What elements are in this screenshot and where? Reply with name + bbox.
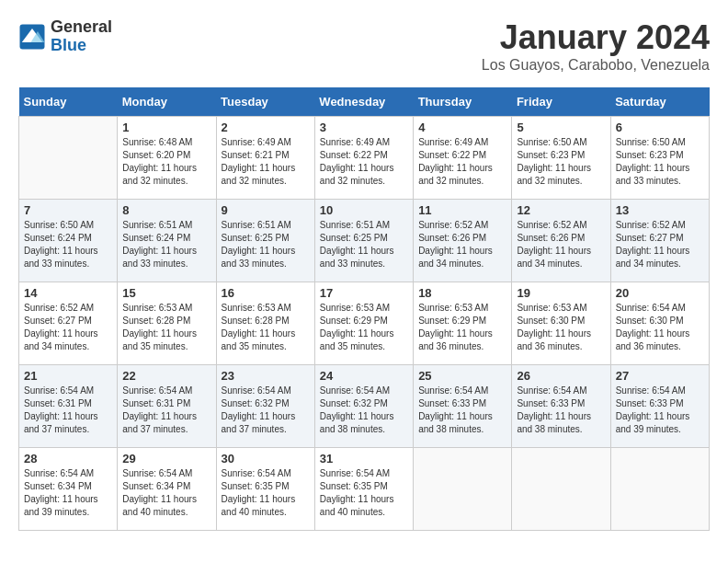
day-number: 16 bbox=[222, 286, 310, 300]
day-number: 3 bbox=[320, 121, 408, 134]
calendar-cell: 24Sunrise: 6:54 AMSunset: 6:32 PMDayligh… bbox=[314, 365, 413, 448]
logo-icon bbox=[18, 23, 46, 51]
week-row-3: 14Sunrise: 6:52 AMSunset: 6:27 PMDayligh… bbox=[19, 282, 710, 365]
calendar-cell: 26Sunrise: 6:54 AMSunset: 6:33 PMDayligh… bbox=[512, 365, 610, 448]
day-number: 22 bbox=[122, 369, 210, 383]
month-title: January 2024 bbox=[482, 18, 710, 57]
calendar-cell: 10Sunrise: 6:51 AMSunset: 6:25 PMDayligh… bbox=[314, 200, 413, 282]
day-number: 6 bbox=[616, 121, 704, 134]
day-number: 10 bbox=[320, 203, 408, 217]
logo: General Blue bbox=[18, 18, 112, 55]
day-info: Sunrise: 6:53 AMSunset: 6:28 PMDaylight:… bbox=[222, 302, 310, 353]
day-info: Sunrise: 6:51 AMSunset: 6:25 PMDaylight:… bbox=[222, 219, 310, 270]
calendar-cell: 30Sunrise: 6:54 AMSunset: 6:35 PMDayligh… bbox=[216, 448, 314, 531]
day-info: Sunrise: 6:49 AMSunset: 6:22 PMDaylight:… bbox=[320, 136, 408, 188]
calendar-cell bbox=[19, 117, 118, 200]
day-info: Sunrise: 6:54 AMSunset: 6:35 PMDaylight:… bbox=[320, 467, 408, 519]
day-info: Sunrise: 6:53 AMSunset: 6:29 PMDaylight:… bbox=[320, 302, 408, 353]
calendar-cell: 8Sunrise: 6:51 AMSunset: 6:24 PMDaylight… bbox=[118, 200, 216, 282]
day-info: Sunrise: 6:52 AMSunset: 6:27 PMDaylight:… bbox=[24, 302, 112, 353]
calendar-cell: 18Sunrise: 6:53 AMSunset: 6:29 PMDayligh… bbox=[414, 282, 512, 365]
calendar-cell: 17Sunrise: 6:53 AMSunset: 6:29 PMDayligh… bbox=[314, 282, 413, 365]
week-row-2: 7Sunrise: 6:50 AMSunset: 6:24 PMDaylight… bbox=[19, 200, 710, 282]
day-info: Sunrise: 6:54 AMSunset: 6:33 PMDaylight:… bbox=[517, 385, 605, 436]
day-info: Sunrise: 6:54 AMSunset: 6:32 PMDaylight:… bbox=[320, 385, 408, 436]
day-info: Sunrise: 6:52 AMSunset: 6:27 PMDaylight:… bbox=[616, 219, 704, 270]
calendar-cell: 12Sunrise: 6:52 AMSunset: 6:26 PMDayligh… bbox=[512, 200, 610, 282]
calendar-cell: 11Sunrise: 6:52 AMSunset: 6:26 PMDayligh… bbox=[414, 200, 512, 282]
calendar-cell: 31Sunrise: 6:54 AMSunset: 6:35 PMDayligh… bbox=[314, 448, 413, 531]
day-info: Sunrise: 6:52 AMSunset: 6:26 PMDaylight:… bbox=[517, 219, 605, 270]
header-wednesday: Wednesday bbox=[314, 87, 413, 117]
week-row-5: 28Sunrise: 6:54 AMSunset: 6:34 PMDayligh… bbox=[19, 448, 710, 531]
day-number: 7 bbox=[24, 203, 112, 217]
day-number: 23 bbox=[222, 369, 310, 383]
calendar-table: SundayMondayTuesdayWednesdayThursdayFrid… bbox=[18, 87, 710, 531]
calendar-cell: 1Sunrise: 6:48 AMSunset: 6:20 PMDaylight… bbox=[118, 117, 216, 200]
calendar-cell: 3Sunrise: 6:49 AMSunset: 6:22 PMDaylight… bbox=[314, 117, 413, 200]
location-subtitle: Los Guayos, Carabobo, Venezuela bbox=[482, 57, 710, 74]
header-sunday: Sunday bbox=[19, 87, 118, 117]
calendar-cell: 28Sunrise: 6:54 AMSunset: 6:34 PMDayligh… bbox=[19, 448, 118, 531]
day-number: 21 bbox=[24, 369, 112, 383]
calendar-cell bbox=[414, 448, 512, 531]
day-info: Sunrise: 6:54 AMSunset: 6:33 PMDaylight:… bbox=[418, 385, 506, 436]
calendar-cell: 23Sunrise: 6:54 AMSunset: 6:32 PMDayligh… bbox=[216, 365, 314, 448]
header-monday: Monday bbox=[118, 87, 216, 117]
day-number: 25 bbox=[418, 369, 506, 383]
day-info: Sunrise: 6:54 AMSunset: 6:32 PMDaylight:… bbox=[222, 385, 310, 436]
calendar-cell: 27Sunrise: 6:54 AMSunset: 6:33 PMDayligh… bbox=[610, 365, 709, 448]
day-info: Sunrise: 6:54 AMSunset: 6:34 PMDaylight:… bbox=[122, 467, 210, 519]
day-number: 27 bbox=[616, 369, 704, 383]
title-section: January 2024 Los Guayos, Carabobo, Venez… bbox=[482, 18, 710, 74]
day-number: 4 bbox=[418, 121, 506, 134]
day-number: 31 bbox=[320, 452, 408, 465]
day-number: 24 bbox=[320, 369, 408, 383]
calendar-cell: 5Sunrise: 6:50 AMSunset: 6:23 PMDaylight… bbox=[512, 117, 610, 200]
day-info: Sunrise: 6:54 AMSunset: 6:34 PMDaylight:… bbox=[24, 467, 112, 519]
header-thursday: Thursday bbox=[414, 87, 512, 117]
day-info: Sunrise: 6:49 AMSunset: 6:21 PMDaylight:… bbox=[222, 136, 310, 188]
calendar-cell: 22Sunrise: 6:54 AMSunset: 6:31 PMDayligh… bbox=[118, 365, 216, 448]
day-number: 2 bbox=[222, 121, 310, 134]
calendar-cell: 4Sunrise: 6:49 AMSunset: 6:22 PMDaylight… bbox=[414, 117, 512, 200]
day-info: Sunrise: 6:50 AMSunset: 6:24 PMDaylight:… bbox=[24, 219, 112, 270]
day-number: 14 bbox=[24, 286, 112, 300]
day-info: Sunrise: 6:54 AMSunset: 6:31 PMDaylight:… bbox=[24, 385, 112, 436]
day-info: Sunrise: 6:50 AMSunset: 6:23 PMDaylight:… bbox=[616, 136, 704, 188]
calendar-cell: 19Sunrise: 6:53 AMSunset: 6:30 PMDayligh… bbox=[512, 282, 610, 365]
day-info: Sunrise: 6:51 AMSunset: 6:24 PMDaylight:… bbox=[122, 219, 210, 270]
day-number: 15 bbox=[122, 286, 210, 300]
day-info: Sunrise: 6:53 AMSunset: 6:29 PMDaylight:… bbox=[418, 302, 506, 353]
day-info: Sunrise: 6:51 AMSunset: 6:25 PMDaylight:… bbox=[320, 219, 408, 270]
day-number: 8 bbox=[122, 203, 210, 217]
day-number: 17 bbox=[320, 286, 408, 300]
calendar-cell: 15Sunrise: 6:53 AMSunset: 6:28 PMDayligh… bbox=[118, 282, 216, 365]
calendar-cell: 14Sunrise: 6:52 AMSunset: 6:27 PMDayligh… bbox=[19, 282, 118, 365]
day-number: 19 bbox=[517, 286, 605, 300]
calendar-cell: 2Sunrise: 6:49 AMSunset: 6:21 PMDaylight… bbox=[216, 117, 314, 200]
day-number: 9 bbox=[222, 203, 310, 217]
day-number: 12 bbox=[517, 203, 605, 217]
calendar-cell bbox=[610, 448, 709, 531]
day-info: Sunrise: 6:54 AMSunset: 6:33 PMDaylight:… bbox=[616, 385, 704, 436]
page-header: General Blue January 2024 Los Guayos, Ca… bbox=[18, 18, 710, 74]
day-info: Sunrise: 6:54 AMSunset: 6:30 PMDaylight:… bbox=[616, 302, 704, 353]
day-number: 5 bbox=[517, 121, 605, 134]
day-info: Sunrise: 6:49 AMSunset: 6:22 PMDaylight:… bbox=[418, 136, 506, 188]
week-row-4: 21Sunrise: 6:54 AMSunset: 6:31 PMDayligh… bbox=[19, 365, 710, 448]
calendar-cell: 21Sunrise: 6:54 AMSunset: 6:31 PMDayligh… bbox=[19, 365, 118, 448]
calendar-cell: 9Sunrise: 6:51 AMSunset: 6:25 PMDaylight… bbox=[216, 200, 314, 282]
day-number: 26 bbox=[517, 369, 605, 383]
calendar-cell: 16Sunrise: 6:53 AMSunset: 6:28 PMDayligh… bbox=[216, 282, 314, 365]
day-info: Sunrise: 6:48 AMSunset: 6:20 PMDaylight:… bbox=[122, 136, 210, 188]
day-info: Sunrise: 6:54 AMSunset: 6:35 PMDaylight:… bbox=[222, 467, 310, 519]
day-number: 13 bbox=[616, 203, 704, 217]
day-info: Sunrise: 6:53 AMSunset: 6:28 PMDaylight:… bbox=[122, 302, 210, 353]
day-info: Sunrise: 6:54 AMSunset: 6:31 PMDaylight:… bbox=[122, 385, 210, 436]
day-number: 30 bbox=[222, 452, 310, 465]
day-info: Sunrise: 6:52 AMSunset: 6:26 PMDaylight:… bbox=[418, 219, 506, 270]
header-friday: Friday bbox=[512, 87, 610, 117]
header-saturday: Saturday bbox=[610, 87, 709, 117]
calendar-cell: 13Sunrise: 6:52 AMSunset: 6:27 PMDayligh… bbox=[610, 200, 709, 282]
